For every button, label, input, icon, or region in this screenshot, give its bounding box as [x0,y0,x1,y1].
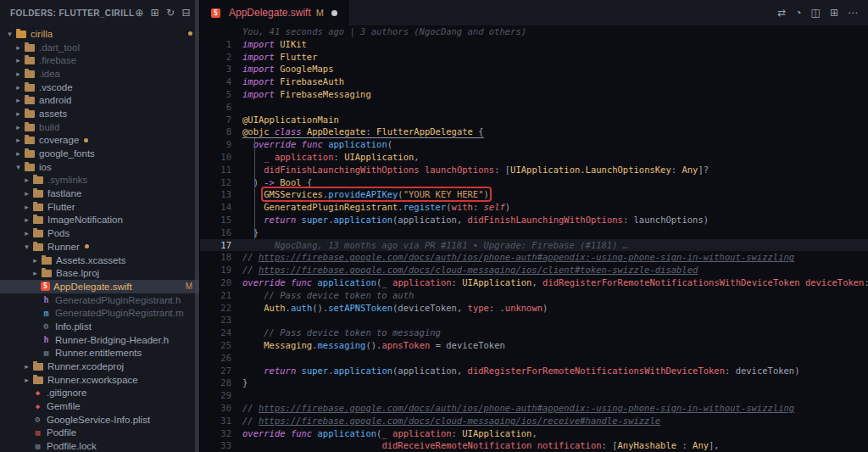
chevron-right-icon[interactable]: ▸ [22,215,31,224]
tree-item-gemfile[interactable]: ◆Gemfile [0,399,199,413]
line-number: 22 [200,302,242,315]
code-line-17[interactable]: 17 NgocDang, 13 months ago via PR #1181 … [200,239,868,252]
tree-item-gitignore[interactable]: ◆.gitignore [0,387,199,400]
chevron-down-icon[interactable]: ▾ [14,163,23,171]
code-line-13[interactable]: 13 GMSServices.provideAPIKey("YOUR KEY H… [200,188,868,201]
chevron-right-icon[interactable]: ▸ [14,149,23,158]
chevron-right-icon[interactable]: ▸ [22,176,31,184]
chevron-right-icon[interactable]: ▸ [14,96,23,104]
code-line-32[interactable]: 32override func application(_ applicatio… [200,427,868,440]
new-file-icon[interactable]: ⊕ [135,8,143,18]
chevron-right-icon[interactable]: ▸ [14,123,23,131]
code-line-28[interactable]: 28} [200,377,868,389]
code-line-22[interactable]: 22 Auth.auth().setAPNSToken(deviceToken,… [200,302,868,315]
tree-item-firebase[interactable]: ▸.firebase [0,53,199,67]
chevron-right-icon[interactable]: ▸ [31,256,40,265]
tree-item-appdelegate-swift[interactable]: SAppDelegate.swiftM [0,280,199,293]
code-line-6[interactable]: 6 [200,101,868,114]
refresh-explorer-icon[interactable]: ↻ [166,8,175,18]
chevron-down-icon[interactable]: ▾ [5,30,14,38]
tree-item-info-plist[interactable]: ⚙Info.plist [0,320,199,333]
chevron-right-icon[interactable]: ▸ [14,70,23,78]
code-line-33[interactable]: 33 didReceiveRemoteNotification notifica… [200,439,868,452]
tree-item-podfile-lock[interactable]: ▤Podfile.lock [0,439,199,452]
code-line-2[interactable]: 2import Flutter [200,51,868,64]
code-line-16[interactable]: 16 } [200,226,868,239]
chevron-right-icon[interactable]: ▸ [22,203,31,211]
code-line-11[interactable]: 11 didFinishLaunchingWithOptions launchO… [200,164,868,176]
chevron-right-icon[interactable]: ▸ [22,376,31,384]
code-line-14[interactable]: 14 GeneratedPluginRegistrant.register(wi… [200,201,868,214]
blame-header-line[interactable]: You, 41 seconds ago | 3 authors (NgocDan… [200,25,868,38]
code-line-23[interactable]: 23 [200,314,868,326]
code-line-5[interactable]: 5import FirebaseMessaging [200,88,868,101]
tree-item-generatedpluginregistrant-h[interactable]: hGeneratedPluginRegistrant.h [0,293,199,307]
chevron-right-icon[interactable]: ▸ [22,362,31,371]
code-editor[interactable]: You, 41 seconds ago | 3 authors (NgocDan… [200,25,868,452]
chevron-right-icon[interactable]: ▸ [22,189,31,198]
tree-item-runner-xcodeproj[interactable]: ▸Runner.xcodeproj [0,360,199,373]
tree-item-podfile[interactable]: ▤Podfile [0,427,199,440]
tree-item-google-fonts[interactable]: ▸google_fonts [0,147,199,160]
code-line-26[interactable]: 26 [200,352,868,365]
code-line-18[interactable]: 18// https://firebase.google.com/docs/au… [200,251,868,264]
toggle-layout-icon[interactable]: ⊞ [830,8,838,18]
tree-item-runner-bridging-header-h[interactable]: hRunner-Bridging-Header.h [0,333,199,347]
tree-item-imagenotification[interactable]: ▸ImageNotification [0,214,199,227]
tree-item-fastlane[interactable]: ▸fastlane [0,187,199,200]
code-line-1[interactable]: 1import UIKit [200,38,868,51]
tree-item-runner[interactable]: ▾Runner [0,240,199,254]
chevron-right-icon[interactable]: ▸ [14,109,23,118]
code-line-25[interactable]: 25 Messaging.messaging().apnsToken = dev… [200,339,868,352]
chevron-right-icon[interactable]: ▸ [31,269,40,277]
tree-item-generatedpluginregistrant-m[interactable]: mGeneratedPluginRegistrant.m [0,306,199,320]
chevron-right-icon[interactable]: ▸ [14,56,23,64]
tree-item-dart-tool[interactable]: ▸.dart_tool [0,41,199,54]
open-changes-icon[interactable]: ⇄ [777,8,786,18]
tree-item-base-lproj[interactable]: ▸Base.lproj [0,266,199,280]
file-history-icon[interactable]: ◔ [795,8,801,18]
tree-item-flutter[interactable]: ▸Flutter [0,200,199,214]
chevron-down-icon[interactable]: ▾ [22,243,31,251]
chevron-right-icon[interactable]: ▸ [14,43,23,52]
tree-item-idea[interactable]: ▸.idea [0,67,199,81]
chevron-right-icon[interactable]: ▸ [22,229,31,237]
tree-item-symlinks[interactable]: ▸.symlinks [0,174,199,187]
tree-item-googleservice-info-plist[interactable]: ⚙GoogleService-Info.plist [0,413,199,427]
tree-item-coverage[interactable]: ▸coverage [0,134,199,148]
code-line-24[interactable]: 24 // Pass device token to messaging [200,326,868,339]
code-line-27[interactable]: 27 return super.application(application,… [200,365,868,377]
code-line-4[interactable]: 4import FirebaseAuth [200,75,868,88]
sidebar-scrollbar[interactable] [195,0,199,452]
code-line-20[interactable]: 20override func application(_ applicatio… [200,276,868,289]
code-line-15[interactable]: 15 return super.application(application,… [200,214,868,226]
tree-item-assets-xcassets[interactable]: ▸Assets.xcassets [0,254,199,267]
tree-item-runner-entitlements[interactable]: ▤Runner.entitlements [0,347,199,360]
code-line-19[interactable]: 19// https://firebase.google.com/docs/cl… [200,264,868,276]
code-line-10[interactable]: 10 _ application: UIApplication, [200,151,868,164]
new-folder-icon[interactable]: ⊞ [151,8,159,18]
code-line-7[interactable]: 7@UIApplicationMain [200,114,868,126]
code-line-3[interactable]: 3import GoogleMaps [200,63,868,75]
chevron-right-icon[interactable]: ▸ [14,83,23,92]
tab-appdelegate-swift[interactable]: S AppDelegate.swift M [200,0,348,25]
tree-item-pods[interactable]: ▸Pods [0,226,199,240]
tree-item-build[interactable]: ▸build [0,120,199,134]
code-line-12[interactable]: 12 ) -> Bool { [200,176,868,189]
code-line-21[interactable]: 21 // Pass device token to auth [200,289,868,302]
chevron-right-icon[interactable]: ▸ [14,136,23,144]
split-editor-icon[interactable]: ◫ [811,8,821,18]
code-line-9[interactable]: 9 override func application( [200,138,868,151]
tree-item-ios[interactable]: ▾ios [0,160,199,174]
collapse-folders-icon[interactable]: ⊟ [182,8,191,18]
tree-item-runner-xcworkspace[interactable]: ▸Runner.xcworkspace [0,373,199,387]
tree-item-cirilla[interactable]: ▾cirilla [0,27,199,41]
tree-item-android[interactable]: ▸android [0,93,199,107]
more-actions-icon[interactable]: ⋯ [848,8,858,18]
code-line-31[interactable]: 31// https://firebase.google.com/docs/cl… [200,415,868,427]
code-line-8[interactable]: 8@objc class AppDelegate: FlutterAppDele… [200,126,868,138]
tree-item-vscode[interactable]: ▸.vscode [0,81,199,94]
code-line-29[interactable]: 29 [200,389,868,402]
tree-item-assets[interactable]: ▸assets [0,107,199,120]
code-line-30[interactable]: 30// https://firebase.google.com/docs/au… [200,402,868,415]
